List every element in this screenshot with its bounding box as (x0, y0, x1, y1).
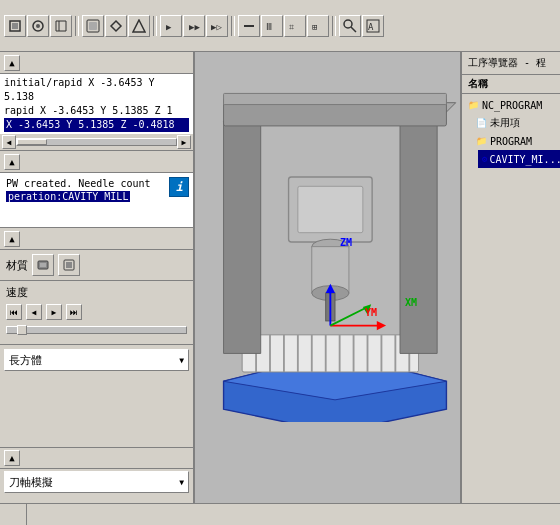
bottom-header: ▲ (0, 447, 193, 469)
svg-text:A: A (368, 22, 374, 32)
toolbar-btn-13[interactable]: ⊞ (307, 15, 329, 37)
speed-label: 速度 (6, 285, 187, 300)
shape-dropdown-label: 長方體 (9, 353, 42, 368)
tree-item-cavity-mill[interactable]: ⚙ CAVITY_MI... (478, 150, 560, 168)
scroll-thumb[interactable] (17, 139, 47, 145)
code-scrollbar[interactable]: ◀ ▶ (0, 134, 193, 150)
svg-line-49 (330, 307, 367, 326)
scroll-left-btn[interactable]: ◀ (2, 135, 16, 149)
toolbar-btn-15[interactable]: A (362, 15, 384, 37)
toolbar-btn-11[interactable]: Ⅲ (261, 15, 283, 37)
message-area: PW created. Needle count peration:CAVITY… (2, 175, 167, 225)
svg-marker-4 (56, 21, 66, 31)
toolbar-btn-12[interactable]: ⌗ (284, 15, 306, 37)
material-btn-2[interactable] (58, 254, 80, 276)
toolbar-btn-8[interactable]: ▶▶ (183, 15, 205, 37)
scroll-right-btn[interactable]: ▶ (177, 135, 191, 149)
svg-point-16 (344, 20, 352, 28)
toolbar-sep-2 (153, 16, 157, 36)
speed-thumb[interactable] (17, 325, 27, 335)
svg-rect-12 (244, 25, 254, 27)
tree-item-unused[interactable]: 📄 未用項 (470, 114, 560, 132)
code-line-2: rapid X -3.6453 Y 5.1385 Z 1 (4, 104, 189, 118)
svg-rect-38 (224, 93, 447, 104)
code-section: ▲ initial/rapid X -3.6453 Y 5.138 rapid … (0, 52, 193, 151)
toolbar-sep-4 (332, 16, 336, 36)
unused-icon: 📄 (474, 116, 488, 130)
rp-header: 工序導覽器 - 程 (462, 52, 560, 75)
svg-text:⊞: ⊞ (312, 22, 317, 32)
viewport[interactable]: ZM XM YM (195, 52, 460, 503)
machine-dropdown-arrow-icon: ▼ (179, 478, 184, 487)
toolbar-sep-3 (231, 16, 235, 36)
material-section: ▲ 材質 (0, 228, 193, 281)
svg-line-17 (351, 27, 356, 32)
code-line-3: X -3.6453 Y 5.1385 Z -0.4818 (4, 118, 189, 132)
toolbar-top: ▶ ▶▶ ▶▷ Ⅲ ⌗ ⊞ A (0, 0, 560, 52)
play-start-btn[interactable]: ⏮ (6, 304, 22, 320)
play-prev-btn[interactable]: ◀ (26, 304, 42, 320)
speed-slider-row: ⏮ ◀ ▶ ⏭ (6, 304, 187, 320)
left-panel: ▲ initial/rapid X -3.6453 Y 5.138 rapid … (0, 52, 195, 503)
material-header: ▲ (0, 228, 193, 250)
program-label: PROGRAM (490, 136, 532, 147)
status-bar (0, 503, 560, 525)
toolbar-btn-3[interactable] (50, 15, 72, 37)
toolbar-btn-6[interactable] (128, 15, 150, 37)
svg-text:⌗: ⌗ (289, 22, 294, 32)
machine-3d (205, 62, 460, 422)
play-next-btn[interactable]: ▶ (46, 304, 62, 320)
right-panel: 工序導覽器 - 程 名稱 📁 NC_PROGRAM 📄 未用項 📁 PROGRA… (460, 52, 560, 503)
bottom-collapse-btn[interactable]: ▲ (4, 450, 20, 466)
toolbar-btn-1[interactable] (4, 15, 26, 37)
scroll-track[interactable] (16, 138, 177, 146)
machine-dropdown-label: 刀軸模擬 (9, 475, 53, 490)
svg-point-3 (36, 24, 40, 28)
toolbar-btn-9[interactable]: ▶▷ (206, 15, 228, 37)
speed-slider-row-2 (6, 326, 187, 334)
svg-text:▶: ▶ (166, 22, 172, 32)
tree-item-nc-program[interactable]: 📁 NC_PROGRAM (462, 96, 560, 114)
code-header: ▲ (0, 52, 193, 74)
svg-rect-40 (298, 186, 363, 232)
msg-line-2: peration:CAVITY MILL (6, 190, 163, 203)
code-output: initial/rapid X -3.6453 Y 5.138 rapid X … (0, 74, 193, 134)
nc-program-label: NC_PROGRAM (482, 100, 542, 111)
info-button[interactable]: i (169, 177, 189, 197)
material-btn-1[interactable] (32, 254, 54, 276)
msg-collapse-btn[interactable]: ▲ (4, 154, 20, 170)
toolbar-sep-1 (75, 16, 79, 36)
rp-title: 工序導覽器 - 程 (468, 56, 546, 70)
machine-dropdown[interactable]: 刀軸模擬 ▼ (4, 471, 189, 493)
toolbar-btn-7[interactable]: ▶ (160, 15, 182, 37)
msg-highlight: peration:CAVITY MILL (6, 191, 130, 202)
shape-dropdown[interactable]: 長方體 ▼ (4, 349, 189, 371)
toolbar-btn-2[interactable] (27, 15, 49, 37)
x-axis-label: YM (365, 307, 377, 318)
msg-line-1: PW created. Needle count (6, 177, 163, 190)
toolbar-btn-4[interactable] (82, 15, 104, 37)
rp-col-name: 名稱 (468, 78, 488, 89)
y-axis-label: XM (405, 297, 417, 308)
toolbar-btn-5[interactable] (105, 15, 127, 37)
main-area: ▲ initial/rapid X -3.6453 Y 5.138 rapid … (0, 52, 560, 503)
toolbar-btn-10[interactable] (238, 15, 260, 37)
svg-rect-21 (40, 263, 46, 267)
msg-header: ▲ (0, 151, 193, 173)
rp-tree: 📁 NC_PROGRAM 📄 未用項 📁 PROGRAM ⚙ CAVITY_MI… (462, 94, 560, 503)
svg-text:▶▶: ▶▶ (189, 22, 200, 32)
svg-marker-8 (133, 20, 145, 32)
material-label: 材質 (6, 258, 28, 273)
speed-section: 速度 ⏮ ◀ ▶ ⏭ (0, 281, 193, 345)
code-line-1: initial/rapid X -3.6453 Y 5.138 (4, 76, 189, 104)
material-collapse-btn[interactable]: ▲ (4, 231, 20, 247)
speed-track[interactable] (6, 326, 187, 334)
play-end-btn[interactable]: ⏭ (66, 304, 82, 320)
svg-rect-24 (242, 335, 418, 372)
mill-icon: ⚙ (482, 152, 487, 166)
cavity-mill-label: CAVITY_MI... (489, 154, 560, 165)
toolbar-btn-14[interactable] (339, 15, 361, 37)
code-collapse-btn[interactable]: ▲ (4, 55, 20, 71)
nc-folder-icon: 📁 (466, 98, 480, 112)
tree-item-program[interactable]: 📁 PROGRAM (470, 132, 560, 150)
